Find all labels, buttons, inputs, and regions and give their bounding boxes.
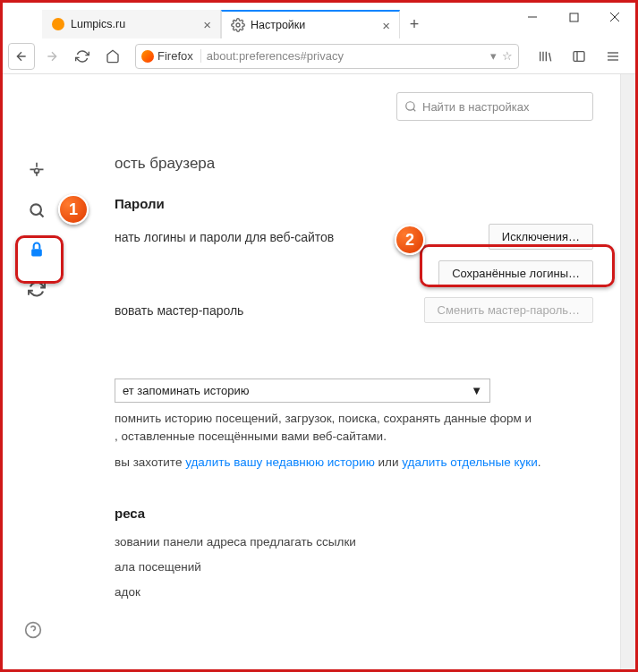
section-heading: ость браузера <box>115 155 593 173</box>
master-password-label: вовать мастер-пароль <box>115 303 424 318</box>
brand-label: Firefox <box>157 49 193 63</box>
address-line-2: ала посещений <box>115 558 593 576</box>
svg-line-15 <box>413 109 416 112</box>
address-heading: реса <box>115 506 593 521</box>
svg-point-14 <box>406 102 414 110</box>
history-text-2: вы захотите удалить вашу недавнюю истори… <box>115 454 593 472</box>
history-text-1: помнить историю посещений, загрузок, пои… <box>115 410 593 447</box>
dropdown-icon[interactable]: ▾ <box>490 49 497 63</box>
annotation-badge-2: 2 <box>395 225 425 255</box>
annotation-box-1 <box>15 235 64 284</box>
clear-cookies-link[interactable]: удалить отдельные куки <box>402 455 538 469</box>
maximize-button[interactable] <box>553 3 594 31</box>
passwords-heading: Пароли <box>115 196 593 211</box>
firefox-icon <box>141 50 154 63</box>
chevron-down-icon: ▼ <box>471 384 482 397</box>
sidebar-search-icon[interactable] <box>21 194 53 226</box>
favicon-lumpics <box>51 17 65 31</box>
minimize-button[interactable] <box>512 3 553 31</box>
svg-point-17 <box>30 204 41 215</box>
menu-button[interactable] <box>600 43 626 70</box>
dropdown-value: ет запоминать историю <box>123 384 250 397</box>
scrollbar[interactable] <box>620 74 635 669</box>
history-dropdown[interactable]: ет запоминать историю ▼ <box>115 379 490 403</box>
address-line-1: зовании панели адреса предлагать ссылки <box>115 533 593 551</box>
home-button[interactable] <box>99 43 126 70</box>
identity-box[interactable]: Firefox <box>141 49 201 63</box>
annotation-box-2 <box>420 244 615 287</box>
tab-label: Lumpics.ru <box>71 18 125 30</box>
change-master-button: Сменить мастер-пароль… <box>424 297 593 323</box>
search-placeholder: Найти в настройках <box>422 100 530 114</box>
help-icon[interactable] <box>24 621 42 642</box>
save-passwords-label: нать логины и пароли для веб-сайтов <box>115 230 489 244</box>
tab-settings[interactable]: Настройки × <box>221 10 400 38</box>
gear-icon <box>231 18 245 32</box>
preferences-page: Найти в настройках 1 ость браузера Парол… <box>3 74 620 669</box>
reload-button[interactable] <box>69 43 96 70</box>
close-icon[interactable]: × <box>382 18 390 33</box>
library-icon[interactable] <box>532 43 558 70</box>
svg-rect-9 <box>574 51 584 61</box>
url-text: about:preferences#privacy <box>207 49 485 63</box>
svg-line-8 <box>549 53 551 61</box>
forward-button[interactable] <box>38 43 65 70</box>
clear-history-link[interactable]: удалить вашу недавнюю историю <box>185 455 375 469</box>
tab-label: Настройки <box>251 19 305 31</box>
back-button[interactable] <box>8 43 35 70</box>
svg-line-18 <box>39 213 43 217</box>
annotation-badge-1: 1 <box>58 194 89 225</box>
close-icon[interactable]: × <box>203 17 211 32</box>
sidebar-general-icon[interactable] <box>21 155 53 187</box>
nav-toolbar: Firefox about:preferences#privacy ▾ ☆ <box>3 38 635 74</box>
tab-lumpics[interactable]: Lumpics.ru × <box>42 10 221 38</box>
search-icon <box>404 100 417 113</box>
svg-rect-2 <box>570 13 578 21</box>
title-bar: Lumpics.ru × Настройки × + <box>3 3 635 38</box>
address-line-3: адок <box>115 583 593 601</box>
close-window-button[interactable] <box>594 3 635 31</box>
url-bar[interactable]: Firefox about:preferences#privacy ▾ ☆ <box>135 44 519 69</box>
new-tab-button[interactable]: + <box>400 10 429 38</box>
bookmark-star-icon[interactable]: ☆ <box>502 49 513 63</box>
svg-point-0 <box>236 23 240 27</box>
search-preferences-input[interactable]: Найти в настройках <box>396 92 593 121</box>
sidebar-icon[interactable] <box>566 43 592 70</box>
